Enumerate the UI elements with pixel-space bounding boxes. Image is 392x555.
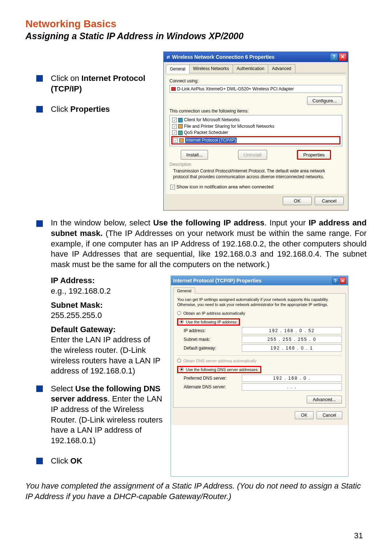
description-title: Description	[170, 162, 342, 167]
gw-label: Default Gateway:	[51, 325, 116, 334]
radio-icon	[177, 359, 181, 363]
dns-fields: Preferred DNS server:192 . 168 . 0 . Alt…	[184, 375, 342, 391]
cancel-button[interactable]: Cancel	[315, 197, 344, 205]
item-fps-label: File and Printer Sharing for Microsoft N…	[184, 124, 274, 130]
item-fps[interactable]: ✓File and Printer Sharing for Microsoft …	[171, 123, 340, 130]
item-client-label: Client for Microsoft Networks	[184, 117, 240, 123]
heading-red: Networking Basics	[25, 18, 367, 30]
ip-val: e.g., 192.168.0.2	[51, 286, 163, 297]
adapter-text: D-Link AirPlus XtremeG+ DWL-G520+ Wirele…	[177, 86, 294, 91]
bullet-dns: Select Use the following DNS server addr…	[36, 384, 163, 446]
dialog2-titlebar: Internet Protocol (TCP/IP) Properties ? …	[171, 276, 348, 285]
dns1-label: Preferred DNS server:	[184, 376, 238, 381]
net-icon: ⇄	[167, 55, 170, 60]
lower-left-text: IP Address: e.g., 192.168.0.2 Subnet Mas…	[25, 276, 163, 477]
nic-icon	[171, 87, 176, 91]
mid-mid1: . Input your	[264, 218, 309, 227]
item-qos[interactable]: ✓QoS Packet Scheduler	[171, 130, 340, 136]
help-button[interactable]: ?	[332, 277, 339, 284]
install-button[interactable]: Install...	[181, 150, 208, 160]
radio-obtain-ip-label: Obtain an IP address automatically	[183, 311, 245, 315]
checkbox-icon[interactable]: ✓	[173, 138, 178, 143]
radio-use-ip[interactable]: Use the following IP address:	[177, 318, 240, 326]
radio-use-dns[interactable]: Use the following DNS server addresses:	[177, 366, 261, 373]
tab-auth[interactable]: Authentication	[233, 64, 268, 73]
bullet-1: Click on Internet Protocol (TCP/IP)	[36, 73, 156, 94]
sm-field[interactable]: 255 . 255 . 255 . 0	[242, 336, 342, 343]
checkbox-icon[interactable]: ✓	[172, 130, 177, 135]
show-icon-checkbox[interactable]: ✓Show icon in notification area when con…	[170, 184, 342, 191]
items-label: This connection uses the following items…	[170, 109, 342, 114]
dialog-title: Wireless Network Connection 6 Properties	[172, 54, 274, 60]
description-text: Transmission Control Protocol/Internet P…	[170, 167, 342, 183]
client-icon	[178, 118, 183, 122]
checkbox-icon[interactable]: ✓	[172, 124, 177, 129]
configure-button[interactable]: Configure...	[307, 97, 342, 105]
radio-icon	[180, 320, 184, 324]
heading-black: Assigning a Static IP Address in Windows…	[25, 30, 367, 41]
checkbox-icon[interactable]: ✓	[170, 185, 175, 189]
checkbox-icon[interactable]: ✓	[172, 118, 177, 122]
ip-label: IP Address:	[51, 276, 95, 285]
tcpip-icon	[179, 138, 184, 143]
item-client[interactable]: ✓Client for Microsoft Networks	[171, 117, 340, 123]
ip-field-label: IP address:	[184, 328, 238, 333]
connect-using-label: Connect using:	[170, 78, 342, 83]
radio-obtain-ip[interactable]: Obtain an IP address automatically	[177, 311, 342, 315]
show-icon-label: Show icon in notification area when conn…	[176, 184, 273, 190]
qos-icon	[178, 131, 183, 135]
bullet-ok: Click OK	[36, 456, 163, 466]
tab-advanced[interactable]: Advanced	[268, 64, 295, 73]
close-button[interactable]: ✕	[339, 53, 347, 61]
tab-general[interactable]: General	[166, 65, 189, 73]
ok-button-2[interactable]: OK	[295, 411, 313, 419]
item-tcpip[interactable]: ✓Internet Protocol (TCP/IP)	[171, 136, 340, 145]
ok-b: OK	[70, 456, 82, 465]
ok-button[interactable]: OK	[283, 197, 312, 205]
item-tcpip-label: Internet Protocol (TCP/IP)	[185, 138, 237, 143]
radio-obtain-dns-label: Obtain DNS server address automatically	[183, 359, 257, 363]
dns1-field[interactable]: 192 . 168 . 0 .	[242, 375, 342, 382]
dialog2-title: Internet Protocol (TCP/IP) Properties	[173, 278, 261, 283]
ip-field[interactable]: 192 . 168 . 0 . 52	[242, 327, 342, 334]
footer-italic: You have completed the assignment of a S…	[25, 481, 367, 502]
page-number: 31	[354, 531, 363, 540]
tcpip-properties-dialog: Internet Protocol (TCP/IP) Properties ? …	[171, 276, 348, 477]
dialog-titlebar: ⇄ Wireless Network Connection 6 Properti…	[164, 52, 348, 62]
gw-field[interactable]: 192 . 168 . 0 . 1	[242, 344, 342, 352]
mid-pre: In the window below, select	[51, 218, 153, 227]
radio-use-dns-label: Use the following DNS server addresses:	[186, 367, 259, 372]
mid-b1: Use the following IP address	[153, 218, 265, 227]
dns2-field[interactable]: . . .	[242, 383, 342, 391]
bullet-2-pre: Click	[51, 105, 70, 114]
sm-label: Subnet Mask:	[51, 301, 103, 310]
bullet-2-bold: Properties	[70, 105, 110, 114]
properties-button[interactable]: Properties	[297, 150, 331, 160]
dialog-tabs: General Wireless Networks Authentication…	[166, 64, 346, 73]
adapter-field[interactable]: D-Link AirPlus XtremeG+ DWL-G520+ Wirele…	[170, 85, 342, 93]
help-button[interactable]: ?	[330, 53, 338, 61]
tab-wireless[interactable]: Wireless Networks	[189, 64, 233, 73]
items-listbox[interactable]: ✓Client for Microsoft Networks ✓File and…	[170, 115, 342, 146]
radio-icon	[177, 311, 181, 315]
advanced-button[interactable]: Advanced...	[307, 396, 342, 404]
fps-icon	[178, 124, 183, 128]
radio-obtain-dns: Obtain DNS server address automatically	[177, 359, 342, 363]
item-qos-label: QoS Packet Scheduler	[184, 130, 228, 136]
dns2-label: Alternate DNS server:	[184, 384, 238, 389]
ok-pre: Click	[51, 456, 70, 465]
radio-icon	[180, 367, 184, 371]
sm-val: 255.255.255.0	[51, 310, 163, 321]
close-button[interactable]: ✕	[339, 277, 346, 284]
tcpip-intro: You can get IP settings assigned automat…	[177, 297, 342, 307]
dns-pre: Select	[51, 384, 75, 393]
cancel-button-2[interactable]: Cancel	[317, 411, 342, 419]
tab-general-2[interactable]: General	[173, 287, 195, 294]
bullet-1-pre: Click on	[51, 74, 81, 83]
uninstall-button: Uninstall	[238, 150, 267, 160]
gw-val: Enter the LAN IP address of the wireless…	[51, 335, 163, 376]
connection-properties-dialog: ⇄ Wireless Network Connection 6 Properti…	[163, 52, 348, 211]
ip-fields: IP address:192 . 168 . 0 . 52 Subnet mas…	[184, 327, 342, 352]
radio-use-ip-label: Use the following IP address:	[186, 320, 237, 324]
bullet-2: Click Properties	[36, 104, 156, 115]
